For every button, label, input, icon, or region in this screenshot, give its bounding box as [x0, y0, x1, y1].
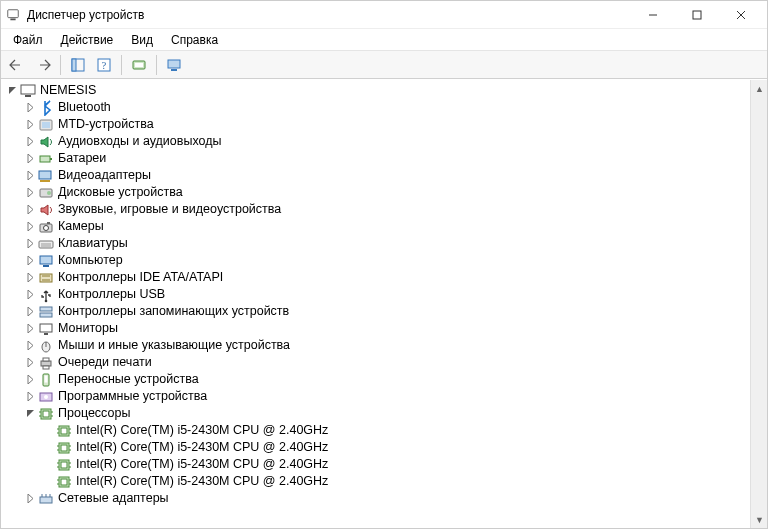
svg-rect-43	[43, 358, 49, 361]
tree-item-label: Intel(R) Core(TM) i5-2430M CPU @ 2.40GHz	[75, 473, 328, 490]
tree-device[interactable]: Intel(R) Core(TM) i5-2430M CPU @ 2.40GHz	[5, 456, 750, 473]
collapse-icon[interactable]	[23, 407, 37, 421]
tree-category[interactable]: Переносные устройства	[5, 371, 750, 388]
expand-icon[interactable]	[23, 305, 37, 319]
network-icon	[38, 491, 54, 507]
tree-category[interactable]: Дисковые устройства	[5, 184, 750, 201]
expand-icon[interactable]	[23, 390, 37, 404]
tree-category[interactable]: Bluetooth	[5, 99, 750, 116]
expand-icon[interactable]	[23, 492, 37, 506]
printer-icon	[38, 355, 54, 371]
close-button[interactable]	[719, 2, 763, 28]
menu-view[interactable]: Вид	[123, 31, 161, 49]
toolbar-separator	[121, 55, 122, 75]
expand-icon[interactable]	[23, 118, 37, 132]
tree-category[interactable]: Процессоры	[5, 405, 750, 422]
battery-icon	[38, 151, 54, 167]
svg-rect-37	[40, 313, 52, 317]
minimize-button[interactable]	[631, 2, 675, 28]
tree-item-label: Видеоадаптеры	[57, 167, 151, 184]
svg-rect-1	[10, 18, 15, 20]
tree-device[interactable]: Intel(R) Core(TM) i5-2430M CPU @ 2.40GHz	[5, 439, 750, 456]
svg-rect-19	[50, 158, 52, 160]
toolbar-devices-button[interactable]	[162, 54, 186, 76]
tree-category[interactable]: Контроллеры USB	[5, 286, 750, 303]
toolbar-show-hide-button[interactable]	[66, 54, 90, 76]
expand-icon[interactable]	[23, 169, 37, 183]
tree-item-label: Батареи	[57, 150, 106, 167]
tree-category[interactable]: Камеры	[5, 218, 750, 235]
tree-category[interactable]: Мыши и иные указывающие устройства	[5, 337, 750, 354]
tree-root[interactable]: NEMESIS	[5, 82, 750, 99]
tree-category[interactable]: MTD-устройства	[5, 116, 750, 133]
tree-item-label: Сетевые адаптеры	[57, 490, 169, 507]
svg-rect-20	[39, 171, 51, 179]
sound-icon	[38, 202, 54, 218]
toolbar-help-button[interactable]: ?	[92, 54, 116, 76]
expand-icon[interactable]	[23, 271, 37, 285]
svg-rect-68	[61, 462, 67, 468]
maximize-button[interactable]	[675, 2, 719, 28]
svg-rect-31	[43, 265, 49, 267]
toolbar-forward-button[interactable]	[31, 54, 55, 76]
tree-item-label: Intel(R) Core(TM) i5-2430M CPU @ 2.40GHz	[75, 456, 328, 473]
toolbar-scan-button[interactable]	[127, 54, 151, 76]
expand-icon[interactable]	[23, 254, 37, 268]
svg-rect-44	[43, 366, 49, 369]
tree-category[interactable]: Программные устройства	[5, 388, 750, 405]
svg-rect-62	[61, 445, 67, 451]
expand-icon[interactable]	[23, 322, 37, 336]
bluetooth-icon	[38, 100, 54, 116]
collapse-icon[interactable]	[5, 84, 19, 98]
expand-icon[interactable]	[23, 186, 37, 200]
expand-icon[interactable]	[23, 220, 37, 234]
tree-category[interactable]: Компьютер	[5, 252, 750, 269]
expand-icon[interactable]	[23, 135, 37, 149]
tree-category[interactable]: Контроллеры запоминающих устройств	[5, 303, 750, 320]
tree-category[interactable]: Сетевые адаптеры	[5, 490, 750, 507]
monitor-icon	[38, 321, 54, 337]
expand-icon[interactable]	[23, 237, 37, 251]
svg-text:?: ?	[102, 60, 107, 71]
tree-item-label: Контроллеры USB	[57, 286, 165, 303]
menu-help[interactable]: Справка	[163, 31, 226, 49]
cpu-icon	[38, 406, 54, 422]
tree-item-label: Переносные устройства	[57, 371, 199, 388]
scroll-down-button[interactable]: ▼	[751, 511, 767, 528]
display-adapter-icon	[38, 168, 54, 184]
expand-icon[interactable]	[23, 356, 37, 370]
expand-icon[interactable]	[23, 203, 37, 217]
scroll-up-button[interactable]: ▲	[751, 80, 767, 97]
menu-action[interactable]: Действие	[53, 31, 122, 49]
device-tree[interactable]: NEMESISBluetoothMTD-устройстваАудиовходы…	[1, 80, 750, 528]
tree-category[interactable]: Мониторы	[5, 320, 750, 337]
tree-category[interactable]: Видеоадаптеры	[5, 167, 750, 184]
svg-rect-11	[135, 63, 143, 67]
vertical-scrollbar[interactable]: ▲ ▼	[750, 80, 767, 528]
svg-rect-50	[43, 411, 49, 417]
svg-rect-79	[40, 497, 52, 503]
toolbar-back-button[interactable]	[5, 54, 29, 76]
tree-item-label: Intel(R) Core(TM) i5-2430M CPU @ 2.40GHz	[75, 422, 328, 439]
menu-file[interactable]: Файл	[5, 31, 51, 49]
expand-icon[interactable]	[23, 288, 37, 302]
tree-category[interactable]: Контроллеры IDE ATA/ATAPI	[5, 269, 750, 286]
tree-category[interactable]: Клавиатуры	[5, 235, 750, 252]
svg-rect-21	[40, 180, 50, 182]
cpu-icon	[56, 474, 72, 490]
tree-item-label: Аудиовходы и аудиовыходы	[57, 133, 221, 150]
tree-category[interactable]: Аудиовходы и аудиовыходы	[5, 133, 750, 150]
tree-category[interactable]: Звуковые, игровые и видеоустройства	[5, 201, 750, 218]
usb-icon	[38, 287, 54, 303]
tree-category[interactable]: Очереди печати	[5, 354, 750, 371]
tree-device[interactable]: Intel(R) Core(TM) i5-2430M CPU @ 2.40GHz	[5, 422, 750, 439]
tree-item-label: Мониторы	[57, 320, 118, 337]
expand-icon[interactable]	[23, 373, 37, 387]
tree-category[interactable]: Батареи	[5, 150, 750, 167]
expand-icon[interactable]	[23, 339, 37, 353]
ide-icon	[38, 270, 54, 286]
expand-icon[interactable]	[23, 101, 37, 115]
tree-device[interactable]: Intel(R) Core(TM) i5-2430M CPU @ 2.40GHz	[5, 473, 750, 490]
tree-item-label: Bluetooth	[57, 99, 111, 116]
expand-icon[interactable]	[23, 152, 37, 166]
